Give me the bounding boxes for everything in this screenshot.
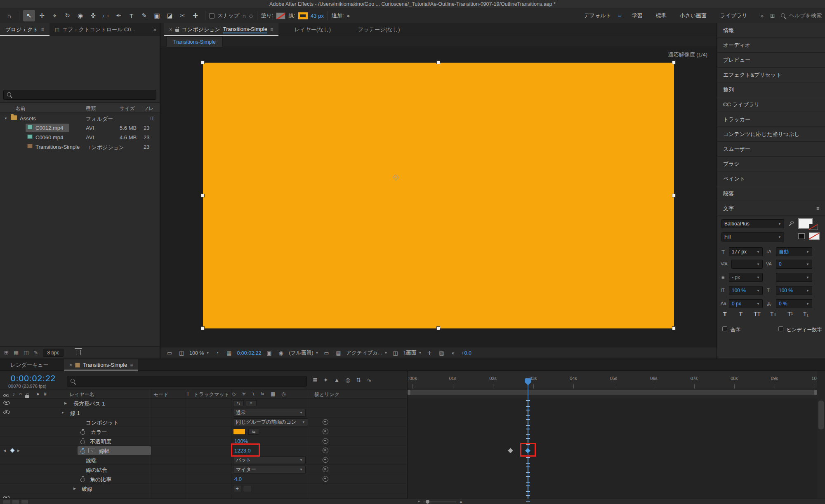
work-area-bar[interactable] — [408, 390, 817, 395]
selection-handle[interactable] — [672, 194, 676, 197]
panel-header-プレビュー[interactable]: プレビュー — [717, 53, 825, 68]
panel-header-トラッカー[interactable]: トラッカー — [717, 112, 825, 127]
parent-pickwhip-icon[interactable] — [323, 466, 328, 472]
miter-limit-value[interactable]: 4.0 — [234, 476, 242, 482]
fast-previews-icon[interactable]: ▧ — [437, 349, 446, 357]
composition-tab[interactable]: Transitions-Simple — [166, 36, 223, 47]
timeline-zoom-knob[interactable] — [426, 500, 429, 504]
selection-handle[interactable] — [201, 326, 205, 330]
property-label[interactable]: 長方形パス 1 — [73, 400, 105, 408]
faux-italic-button[interactable]: T — [738, 311, 743, 317]
panel-header-情報[interactable]: 情報 — [717, 23, 825, 38]
zoom-in-icon[interactable]: ▲ — [459, 499, 463, 504]
pixel-aspect-icon[interactable]: ✛ — [425, 349, 434, 357]
column-matte-t[interactable]: T — [186, 391, 189, 397]
visibility-eye-icon[interactable] — [3, 401, 10, 405]
timeline-row-line-join[interactable]: 線の結合マイター▼ — [0, 465, 407, 474]
eraser-tool[interactable]: ◪ — [164, 10, 176, 21]
leading-select[interactable]: 自動 ▼ — [776, 247, 812, 256]
clone-stamp-tool[interactable]: ▣ — [151, 10, 163, 21]
project-row-C0060.mp4[interactable]: C0060.mp4AVI4.6 MB23 — [0, 133, 160, 142]
panel-menu-icon[interactable]: ≡ — [41, 27, 44, 33]
project-row-C0012.mp4[interactable]: C0012.mp4AVI5.6 MB23 — [0, 123, 160, 133]
swap-colors-icon[interactable]: ⇆ — [248, 429, 259, 435]
property-label[interactable]: 線幅 — [99, 448, 110, 455]
previous-keyframe-icon[interactable]: ◀ — [3, 449, 6, 452]
project-row-Transitions-Simple[interactable]: Transitions-Simpleコンポジション23 — [0, 142, 160, 152]
item-name[interactable]: C0060.mp4 — [35, 134, 63, 141]
panel-header-スムーザー[interactable]: スムーザー — [717, 142, 825, 157]
small-caps-button[interactable]: Tᴛ — [770, 311, 776, 317]
twirl-open-icon[interactable]: ▼ — [61, 411, 64, 415]
panel-header-エフェクト&プリセット[interactable]: エフェクト&プリセット — [717, 68, 825, 82]
camera-view-select[interactable]: アクティブカ... ▼ — [346, 349, 387, 356]
help-search[interactable]: ヘルプを検索 — [781, 12, 822, 19]
property-label[interactable]: 破線 — [82, 485, 92, 493]
transform-box-icon[interactable]: ⇆ — [233, 400, 244, 406]
stroke-1-dropdown[interactable]: 通常▼ — [233, 409, 306, 417]
property-label[interactable]: 線 1 — [70, 410, 80, 417]
hindi-digits-checkbox[interactable] — [778, 326, 783, 331]
tab-project[interactable]: プロジェクト ≡ — [0, 23, 50, 36]
viewer-timecode[interactable]: 0:00:02:22 — [237, 350, 261, 356]
tab-effect-controls[interactable]: ◫ エフェクトコントロール C0... — [50, 23, 141, 36]
font-style-select[interactable]: Fill ▼ — [721, 232, 784, 241]
parent-pickwhip-icon[interactable] — [323, 476, 328, 482]
view-layout-select[interactable]: 1画面 ▼ — [403, 349, 422, 356]
pen-tool[interactable]: ✒ — [113, 10, 125, 21]
keyframe-at-current-time-icon[interactable] — [10, 448, 14, 452]
choose-grid-icon[interactable]: ▦ — [225, 349, 233, 357]
view-layout-icon[interactable]: ◫ — [391, 349, 399, 357]
line-cap-dropdown[interactable]: バット▼ — [233, 456, 306, 464]
timeline-scrollbar-thumb[interactable] — [818, 401, 824, 429]
panel-header-段落[interactable]: 段落 — [717, 186, 825, 201]
stroke-width-value[interactable]: 43 px — [311, 13, 324, 19]
project-flowchart-icon[interactable]: ✎ — [34, 349, 38, 356]
twirl-open-icon[interactable]: ▼ — [4, 117, 7, 120]
tab-render-queue[interactable]: レンダーキュー — [5, 359, 54, 370]
tracking-select[interactable]: 0 ▼ — [776, 260, 812, 269]
selection-handle[interactable] — [436, 326, 440, 330]
brush-tool[interactable]: ✎ — [138, 10, 150, 21]
workspace-ライブラリ[interactable]: ライブラリ — [720, 12, 747, 19]
home-tool[interactable]: ⌂ — [3, 10, 15, 21]
tsume-select[interactable]: 0 % ▼ — [776, 299, 812, 308]
toggle-switches-icon[interactable] — [3, 500, 10, 504]
region-of-interest-icon[interactable]: ▭ — [322, 349, 330, 357]
tab-footage[interactable]: フッテージ(なし) — [353, 23, 405, 36]
property-label[interactable]: 不透明度 — [90, 438, 111, 445]
column-layer-name[interactable]: レイヤー名 — [69, 391, 94, 398]
shy-icon[interactable]: ✦ — [323, 377, 328, 383]
selection-handle[interactable] — [201, 61, 205, 64]
frame-blending-icon[interactable]: ▲ — [334, 377, 339, 383]
property-label[interactable]: カラー — [91, 429, 107, 436]
column-fps[interactable]: フレ — [144, 105, 154, 112]
tab-timeline-comp[interactable]: × Transitions-Simple ≡ — [64, 359, 139, 370]
eyedropper-icon[interactable] — [788, 221, 794, 226]
composite-dropdown[interactable]: 同じグループの前面のコン▼ — [233, 418, 308, 426]
remove-dash-button[interactable] — [243, 485, 251, 492]
project-table-header[interactable]: 名前 種類 サイズ フレ — [0, 102, 160, 113]
timeline-row-miter-limit[interactable]: 角の比率4.0 — [0, 474, 407, 484]
exposure-value[interactable]: +0.0 — [461, 350, 471, 356]
timeline-row-stroke-1[interactable]: ▼線 1通常▼ — [0, 408, 407, 417]
close-icon[interactable]: × — [69, 362, 73, 368]
workspace-標準[interactable]: 標準 — [656, 12, 667, 19]
selected-shape-layer[interactable] — [203, 63, 674, 328]
workspace-menu-icon[interactable]: ≡ — [618, 13, 621, 19]
toggle-transfer-icon[interactable] — [12, 500, 19, 504]
panel-tab-overflow[interactable]: » — [150, 23, 160, 36]
panel-header-CC ライブラリ[interactable]: CC ライブラリ — [717, 97, 825, 112]
item-name[interactable]: C0012.mp4 — [35, 125, 63, 131]
parent-pickwhip-icon[interactable] — [323, 438, 328, 444]
type-tool[interactable]: T — [125, 10, 137, 21]
puppet-pin-tool[interactable]: ✚ — [189, 10, 201, 21]
camera-tool[interactable]: ◉ — [74, 10, 86, 21]
mask-visibility-icon[interactable]: ◫ — [177, 349, 186, 357]
lock-icon[interactable] — [175, 29, 179, 32]
zoom-tool[interactable]: ⌖ — [49, 10, 61, 21]
orbit-tool[interactable]: ↻ — [61, 10, 73, 21]
stopwatch-icon[interactable] — [80, 438, 85, 444]
workspace-小さい画面[interactable]: 小さい画面 — [680, 12, 707, 19]
panel-header-整列[interactable]: 整列 — [717, 82, 825, 97]
